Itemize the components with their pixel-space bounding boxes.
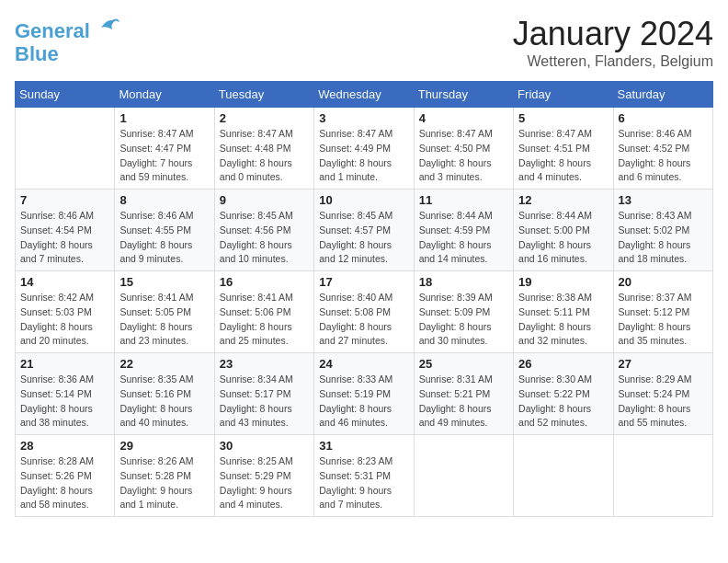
- day-details: Sunrise: 8:47 AMSunset: 4:48 PMDaylight:…: [220, 127, 309, 185]
- day-number: 31: [319, 439, 408, 453]
- day-number: 15: [119, 275, 209, 289]
- calendar-header-row: SundayMondayTuesdayWednesdayThursdayFrid…: [16, 82, 713, 108]
- calendar-cell: 23Sunrise: 8:34 AMSunset: 5:17 PMDayligh…: [214, 353, 313, 435]
- day-details: Sunrise: 8:42 AMSunset: 5:03 PMDaylight:…: [20, 291, 109, 349]
- day-details: Sunrise: 8:47 AMSunset: 4:50 PMDaylight:…: [419, 127, 508, 185]
- page-header: General Blue January 2024 Wetteren, Flan…: [15, 15, 713, 70]
- calendar-cell: 18Sunrise: 8:39 AMSunset: 5:09 PMDayligh…: [414, 271, 513, 353]
- calendar-cell: 31Sunrise: 8:23 AMSunset: 5:31 PMDayligh…: [314, 435, 414, 517]
- day-details: Sunrise: 8:39 AMSunset: 5:09 PMDaylight:…: [419, 291, 508, 349]
- day-number: 18: [419, 275, 508, 289]
- weekday-header-wednesday: Wednesday: [314, 82, 414, 108]
- logo-text: General: [15, 20, 90, 42]
- day-number: 25: [419, 357, 508, 371]
- day-details: Sunrise: 8:23 AMSunset: 5:31 PMDaylight:…: [319, 454, 408, 512]
- day-details: Sunrise: 8:47 AMSunset: 4:47 PMDaylight:…: [119, 127, 209, 185]
- day-details: Sunrise: 8:46 AMSunset: 4:54 PMDaylight:…: [20, 209, 109, 267]
- day-details: Sunrise: 8:33 AMSunset: 5:19 PMDaylight:…: [319, 373, 408, 431]
- calendar-cell: 7Sunrise: 8:46 AMSunset: 4:54 PMDaylight…: [16, 190, 115, 271]
- day-number: 10: [319, 193, 408, 207]
- calendar-cell: 20Sunrise: 8:37 AMSunset: 5:12 PMDayligh…: [613, 271, 712, 353]
- day-number: 29: [119, 439, 209, 453]
- day-details: Sunrise: 8:25 AMSunset: 5:29 PMDaylight:…: [220, 454, 309, 512]
- logo-general: General: [15, 19, 90, 42]
- calendar-week-5: 28Sunrise: 8:28 AMSunset: 5:26 PMDayligh…: [16, 435, 713, 517]
- day-details: Sunrise: 8:37 AMSunset: 5:12 PMDaylight:…: [619, 291, 708, 349]
- calendar-cell: 22Sunrise: 8:35 AMSunset: 5:16 PMDayligh…: [115, 353, 214, 435]
- calendar-cell: [613, 435, 712, 517]
- calendar-cell: 15Sunrise: 8:41 AMSunset: 5:05 PMDayligh…: [115, 271, 214, 353]
- weekday-header-monday: Monday: [115, 82, 214, 108]
- day-number: 1: [119, 111, 209, 125]
- day-number: 12: [518, 193, 608, 207]
- logo-blue: Blue: [15, 43, 59, 65]
- weekday-header-tuesday: Tuesday: [214, 82, 313, 108]
- day-details: Sunrise: 8:45 AMSunset: 4:57 PMDaylight:…: [319, 209, 408, 267]
- calendar-cell: 21Sunrise: 8:36 AMSunset: 5:14 PMDayligh…: [16, 353, 115, 435]
- day-number: 9: [220, 193, 309, 207]
- calendar-cell: 29Sunrise: 8:26 AMSunset: 5:28 PMDayligh…: [115, 435, 214, 517]
- calendar-table: SundayMondayTuesdayWednesdayThursdayFrid…: [15, 81, 713, 517]
- day-details: Sunrise: 8:41 AMSunset: 5:05 PMDaylight:…: [119, 291, 209, 349]
- calendar-cell: 10Sunrise: 8:45 AMSunset: 4:57 PMDayligh…: [314, 190, 414, 271]
- weekday-header-saturday: Saturday: [613, 82, 712, 108]
- calendar-cell: 2Sunrise: 8:47 AMSunset: 4:48 PMDaylight…: [214, 108, 313, 190]
- calendar-week-2: 7Sunrise: 8:46 AMSunset: 4:54 PMDaylight…: [16, 190, 713, 271]
- day-number: 13: [619, 193, 708, 207]
- calendar-week-3: 14Sunrise: 8:42 AMSunset: 5:03 PMDayligh…: [16, 271, 713, 353]
- calendar-cell: 5Sunrise: 8:47 AMSunset: 4:51 PMDaylight…: [514, 108, 613, 190]
- day-details: Sunrise: 8:47 AMSunset: 4:49 PMDaylight:…: [319, 127, 408, 185]
- calendar-cell: 30Sunrise: 8:25 AMSunset: 5:29 PMDayligh…: [214, 435, 313, 517]
- calendar-cell: 6Sunrise: 8:46 AMSunset: 4:52 PMDaylight…: [613, 108, 712, 190]
- calendar-cell: 19Sunrise: 8:38 AMSunset: 5:11 PMDayligh…: [514, 271, 613, 353]
- day-number: 23: [220, 357, 309, 371]
- calendar-week-4: 21Sunrise: 8:36 AMSunset: 5:14 PMDayligh…: [16, 353, 713, 435]
- weekday-header-friday: Friday: [514, 82, 613, 108]
- calendar-cell: 11Sunrise: 8:44 AMSunset: 4:59 PMDayligh…: [414, 190, 513, 271]
- calendar-cell: [514, 435, 613, 517]
- month-title: January 2024: [513, 15, 713, 53]
- day-details: Sunrise: 8:34 AMSunset: 5:17 PMDaylight:…: [220, 373, 309, 431]
- day-number: 6: [619, 111, 708, 125]
- day-number: 28: [20, 439, 109, 453]
- day-details: Sunrise: 8:46 AMSunset: 4:55 PMDaylight:…: [119, 209, 209, 267]
- day-number: 22: [119, 357, 209, 371]
- day-details: Sunrise: 8:43 AMSunset: 5:02 PMDaylight:…: [619, 209, 708, 267]
- day-details: Sunrise: 8:45 AMSunset: 4:56 PMDaylight:…: [220, 209, 309, 267]
- weekday-header-thursday: Thursday: [414, 82, 513, 108]
- calendar-cell: [414, 435, 513, 517]
- calendar-cell: 16Sunrise: 8:41 AMSunset: 5:06 PMDayligh…: [214, 271, 313, 353]
- day-details: Sunrise: 8:28 AMSunset: 5:26 PMDaylight:…: [20, 454, 109, 512]
- day-number: 16: [220, 275, 309, 289]
- day-number: 5: [518, 111, 608, 125]
- day-details: Sunrise: 8:31 AMSunset: 5:21 PMDaylight:…: [419, 373, 508, 431]
- day-details: Sunrise: 8:35 AMSunset: 5:16 PMDaylight:…: [119, 373, 209, 431]
- calendar-cell: 24Sunrise: 8:33 AMSunset: 5:19 PMDayligh…: [314, 353, 414, 435]
- calendar-cell: 3Sunrise: 8:47 AMSunset: 4:49 PMDaylight…: [314, 108, 414, 190]
- day-details: Sunrise: 8:47 AMSunset: 4:51 PMDaylight:…: [518, 127, 608, 185]
- day-number: 30: [220, 439, 309, 453]
- calendar-cell: 28Sunrise: 8:28 AMSunset: 5:26 PMDayligh…: [16, 435, 115, 517]
- day-number: 26: [518, 357, 608, 371]
- logo-bird-icon: [94, 11, 121, 45]
- day-number: 27: [619, 357, 708, 371]
- day-number: 7: [20, 193, 109, 207]
- calendar-cell: 26Sunrise: 8:30 AMSunset: 5:22 PMDayligh…: [514, 353, 613, 435]
- day-details: Sunrise: 8:26 AMSunset: 5:28 PMDaylight:…: [119, 454, 209, 512]
- day-details: Sunrise: 8:36 AMSunset: 5:14 PMDaylight:…: [20, 373, 109, 431]
- calendar-cell: 1Sunrise: 8:47 AMSunset: 4:47 PMDaylight…: [115, 108, 214, 190]
- day-details: Sunrise: 8:44 AMSunset: 4:59 PMDaylight:…: [419, 209, 508, 267]
- calendar-cell: 14Sunrise: 8:42 AMSunset: 5:03 PMDayligh…: [16, 271, 115, 353]
- calendar-cell: 9Sunrise: 8:45 AMSunset: 4:56 PMDaylight…: [214, 190, 313, 271]
- day-number: 19: [518, 275, 608, 289]
- day-number: 21: [20, 357, 109, 371]
- day-details: Sunrise: 8:38 AMSunset: 5:11 PMDaylight:…: [518, 291, 608, 349]
- logo: General Blue: [15, 15, 121, 65]
- calendar-cell: 13Sunrise: 8:43 AMSunset: 5:02 PMDayligh…: [613, 190, 712, 271]
- calendar-cell: 17Sunrise: 8:40 AMSunset: 5:08 PMDayligh…: [314, 271, 414, 353]
- day-number: 14: [20, 275, 109, 289]
- day-number: 24: [319, 357, 408, 371]
- day-number: 8: [119, 193, 209, 207]
- calendar-cell: 25Sunrise: 8:31 AMSunset: 5:21 PMDayligh…: [414, 353, 513, 435]
- calendar-cell: 27Sunrise: 8:29 AMSunset: 5:24 PMDayligh…: [613, 353, 712, 435]
